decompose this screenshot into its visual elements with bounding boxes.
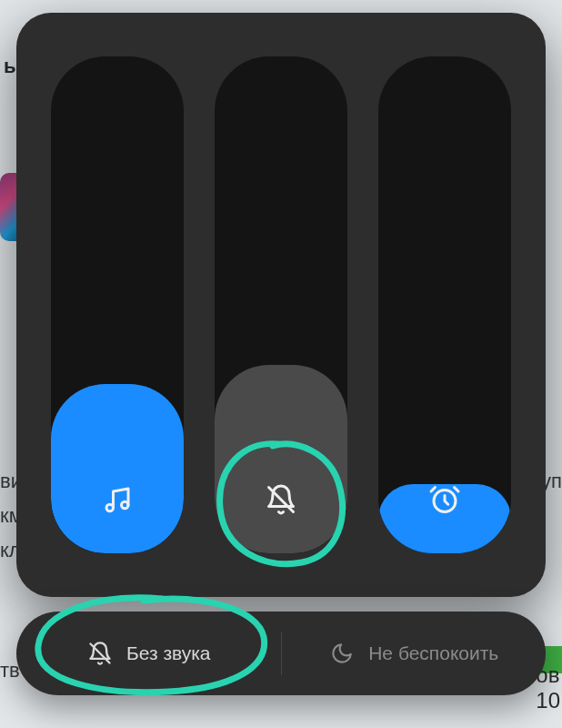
bell-off-icon <box>86 640 114 667</box>
alarm-clock-icon <box>426 480 464 519</box>
svg-point-1 <box>122 501 129 509</box>
media-volume-slider[interactable] <box>51 56 184 553</box>
moon-icon <box>328 640 356 667</box>
ring-volume-fill <box>215 365 347 553</box>
mute-toggle-label: Без звука <box>126 642 211 664</box>
sound-mode-toggle-bar: Без звука Не беспокоить <box>16 612 546 695</box>
alarm-volume-slider[interactable] <box>378 56 511 553</box>
svg-point-0 <box>106 504 114 511</box>
music-note-icon <box>98 480 136 519</box>
dnd-toggle-label: Не беспокоить <box>368 642 498 664</box>
dnd-toggle[interactable]: Не беспокоить <box>282 612 547 695</box>
volume-control-panel <box>16 13 546 597</box>
bell-off-icon <box>262 480 300 519</box>
ring-volume-slider[interactable] <box>215 56 347 553</box>
mute-toggle[interactable]: Без звука <box>16 612 281 695</box>
media-volume-fill <box>51 384 184 553</box>
